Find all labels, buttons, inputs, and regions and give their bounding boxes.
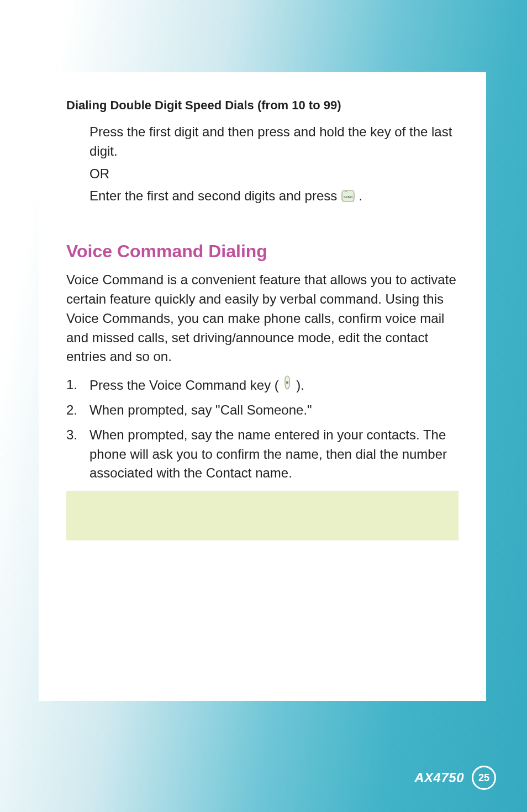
- step-number: 2.: [66, 401, 89, 420]
- speed-dial-instruction-1: Press the first digit and then press and…: [89, 123, 459, 161]
- step-number: 1.: [66, 375, 89, 395]
- voice-command-intro: Voice Command is a convenient feature th…: [66, 270, 459, 367]
- content-panel: Dialing Double Digit Speed Dials (from 1…: [39, 72, 486, 701]
- voice-command-step-2: 2. When prompted, say "Call Someone.": [66, 401, 459, 420]
- model-label: AX4750: [414, 770, 464, 786]
- speed-dial-instruction-2a: Enter the first and second digits and pr…: [89, 188, 341, 203]
- voice-command-title: Voice Command Dialing: [66, 241, 459, 262]
- note-box: [66, 491, 459, 540]
- svg-text:SEND: SEND: [344, 195, 353, 199]
- step-number: 3.: [66, 426, 89, 483]
- speed-dial-instruction-2: Enter the first and second digits and pr…: [89, 187, 459, 208]
- voice-command-step-3: 3. When prompted, say the name entered i…: [66, 426, 459, 483]
- step-text: When prompted, say "Call Someone.": [89, 401, 459, 420]
- step-text: When prompted, say the name entered in y…: [89, 426, 459, 483]
- page-number-badge: 25: [472, 766, 496, 790]
- svg-point-1: [286, 381, 288, 384]
- step-1-post: ).: [292, 378, 304, 392]
- speed-dial-or: OR: [89, 164, 459, 184]
- voice-command-key-icon: [282, 378, 292, 392]
- voice-command-step-1: 1. Press the Voice Command key ( ).: [66, 375, 459, 395]
- page-footer: AX4750 25: [414, 766, 496, 790]
- step-1-pre: Press the Voice Command key (: [89, 378, 282, 392]
- speed-dial-instruction-2b: .: [359, 188, 363, 203]
- speed-dial-heading: Dialing Double Digit Speed Dials (from 1…: [66, 98, 459, 113]
- step-text: Press the Voice Command key ( ).: [89, 375, 459, 395]
- send-key-icon: SEND: [341, 189, 355, 208]
